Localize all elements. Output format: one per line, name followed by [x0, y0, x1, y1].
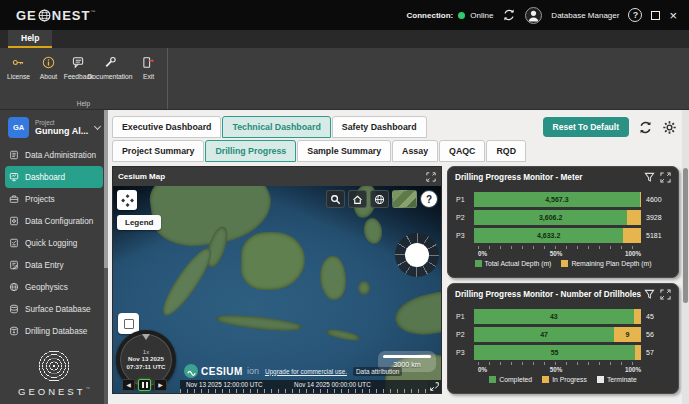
- bar-segment-completed[interactable]: 55: [474, 345, 635, 360]
- content-refresh-button[interactable]: [638, 120, 653, 135]
- map-tools-button[interactable]: [117, 190, 137, 210]
- tab-rqd[interactable]: RQD: [486, 140, 526, 162]
- titlebar: GE NEST ™ Connection: Online Database Ma…: [0, 0, 689, 30]
- bar-segment-actual[interactable]: 4,633.2: [474, 228, 623, 243]
- bar-segment-completed[interactable]: 47: [474, 327, 614, 342]
- sidebar-item-geophysics[interactable]: Geophysics: [5, 276, 103, 298]
- category-label: P1: [456, 196, 469, 203]
- bar-segment-completed[interactable]: 43: [474, 309, 634, 324]
- filter-button[interactable]: [644, 172, 655, 183]
- tab-project-summary[interactable]: Project Summary: [112, 140, 204, 162]
- legend-button[interactable]: Legend: [117, 215, 161, 230]
- sidebar-item-data-administration[interactable]: Data Administration: [5, 144, 103, 166]
- nav-help-button[interactable]: ?: [420, 190, 438, 208]
- tab-assay[interactable]: Assay: [392, 140, 438, 162]
- sidebar-item-dashboard[interactable]: Dashboard: [5, 166, 103, 188]
- legend-label: Remaining Plan Depth (m): [571, 260, 651, 267]
- sidebar-item-data-entry[interactable]: Data Entry: [5, 254, 103, 276]
- exit-button[interactable]: Exit: [136, 56, 161, 80]
- user-role-label: Database Manager: [551, 11, 619, 20]
- map-expand-button[interactable]: [426, 172, 436, 182]
- filter-button[interactable]: [644, 289, 655, 300]
- fullscreen-button[interactable]: [428, 380, 441, 393]
- bar-segment-remaining[interactable]: [640, 192, 641, 207]
- filter-icon: [644, 172, 655, 183]
- titlebar-help-button[interactable]: ?: [628, 8, 642, 22]
- panel-drilling-progress-drillholes: Drilling Progress Monitor - Number of Dr…: [447, 283, 679, 395]
- cesium-ion-label[interactable]: ion: [247, 366, 259, 376]
- maximize-button[interactable]: [651, 11, 660, 20]
- dashboard-icon: [9, 172, 19, 182]
- legend-swatch-white: [597, 376, 604, 383]
- sidebar-item-label: Projects: [25, 195, 55, 204]
- map-home-button[interactable]: [348, 190, 367, 208]
- content-scrollbar[interactable]: [682, 110, 689, 404]
- panel-expand-button[interactable]: [660, 289, 671, 300]
- bar-segment-in-progress[interactable]: 9: [614, 327, 641, 342]
- bar-row: P2 3,606.2 3928: [456, 210, 670, 225]
- tab-executive-dashboard[interactable]: Executive Dashboard: [112, 116, 221, 138]
- bar-value: 47: [540, 331, 548, 338]
- tab-drilling-progress[interactable]: Drilling Progress: [205, 140, 296, 162]
- sidebar-item-data-configuration[interactable]: Data Configuration: [5, 210, 103, 232]
- tab-technical-dashboard[interactable]: Technical Dashboard: [222, 116, 330, 138]
- sidebar-item-surface-database[interactable]: Surface Database: [5, 298, 103, 320]
- content-scrollbar-thumb[interactable]: [683, 168, 688, 303]
- x-axis: 0% 50% 100%: [478, 250, 641, 257]
- map-search-button[interactable]: [326, 190, 345, 208]
- project-selector[interactable]: GA Project Gunung Al...: [0, 110, 108, 143]
- step-forward-button[interactable]: ▶: [154, 379, 167, 391]
- drillholes-chart: P1 43 45 P2 47: [448, 301, 678, 394]
- menu-tab-help[interactable]: Help: [8, 30, 52, 48]
- close-button[interactable]: ×: [669, 9, 677, 22]
- map-globe[interactable]: Legend ?: [113, 186, 441, 393]
- bar-track: 3,606.2: [474, 210, 641, 225]
- reset-to-default-button[interactable]: Reset To Default: [543, 117, 629, 137]
- refresh-button[interactable]: [502, 8, 516, 22]
- bar-row: P1 4,567.3 4600: [456, 192, 670, 207]
- bar-segment-in-progress[interactable]: [634, 309, 641, 324]
- step-back-button[interactable]: ◀: [122, 379, 135, 391]
- chart-legend: Total Actual Depth (m) Remaining Plan De…: [456, 260, 670, 267]
- total-label: 56: [646, 331, 670, 338]
- bar-segment-actual[interactable]: 3,606.2: [474, 210, 627, 225]
- imagery-picker-button[interactable]: [392, 190, 417, 208]
- tab-safety-dashboard[interactable]: Safety Dashboard: [332, 116, 427, 138]
- legend-swatch-green: [489, 376, 496, 383]
- cesium-logo-icon[interactable]: [184, 364, 198, 378]
- landmass: [362, 217, 383, 245]
- timeline-bar[interactable]: Nov 13 2025 12:00:00 UTC Nov 14 2025 00:…: [180, 380, 428, 393]
- bar-segment-in-progress[interactable]: [635, 345, 641, 360]
- scene-mode-button[interactable]: [370, 190, 389, 208]
- cesium-map-panel: Cesium Map: [112, 166, 442, 394]
- tab-qaqc[interactable]: QAQC: [439, 140, 485, 162]
- documentation-button[interactable]: Documentation: [96, 56, 124, 80]
- bar-segment-remaining[interactable]: [623, 228, 641, 243]
- cesium-wordmark[interactable]: CESIUM: [201, 366, 243, 377]
- panel-expand-button[interactable]: [660, 172, 671, 183]
- tab-sample-summary[interactable]: Sample Summary: [297, 140, 391, 162]
- sidebar-brand-logo: GEONEST ™: [0, 349, 108, 397]
- drilling-database-icon: [9, 326, 19, 336]
- meter-chart: P1 4,567.3 4600 P2 3,606.2: [448, 184, 678, 277]
- license-button[interactable]: License: [6, 56, 31, 80]
- settings-button[interactable]: [662, 120, 677, 135]
- sidebar-item-projects[interactable]: Projects: [5, 188, 103, 210]
- data-attribution-link[interactable]: Data attribution: [353, 367, 402, 376]
- user-avatar-icon[interactable]: [525, 7, 542, 24]
- about-button[interactable]: About: [36, 56, 61, 80]
- ribbon-group-label: Help: [0, 100, 167, 107]
- project-label: Project: [35, 119, 88, 126]
- compass-widget[interactable]: [395, 233, 439, 277]
- bar-segment-remaining[interactable]: [627, 210, 641, 225]
- bar-segment-actual[interactable]: 4,567.3: [474, 192, 640, 207]
- sidebar-item-label: Data Entry: [25, 261, 64, 270]
- scale-bar: [383, 355, 431, 358]
- sidebar-item-quick-logging[interactable]: Quick Logging: [5, 232, 103, 254]
- sidebar-item-drilling-database[interactable]: Drilling Database: [5, 320, 103, 342]
- expand-icon: [660, 289, 671, 300]
- upgrade-link[interactable]: Upgrade for commercial use.: [265, 368, 347, 375]
- axis-tick-label: 100%: [625, 366, 641, 373]
- bar-row: P1 43 45: [456, 309, 670, 324]
- pause-button[interactable]: [138, 379, 151, 391]
